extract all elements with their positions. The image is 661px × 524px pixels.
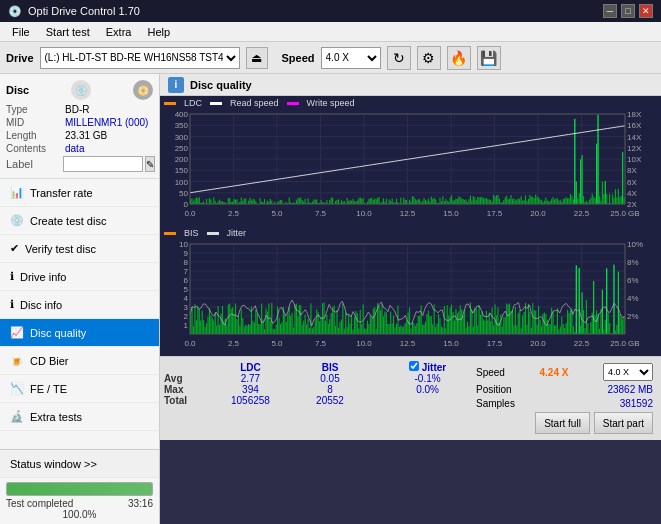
transfer-rate-label: Transfer rate <box>30 187 93 199</box>
minimize-button[interactable]: ─ <box>603 4 617 18</box>
titlebar-controls: ─ □ ✕ <box>603 4 653 18</box>
disc-quality-label: Disc quality <box>30 327 86 339</box>
sidebar-item-transfer-rate[interactable]: 📊 Transfer rate <box>0 179 159 207</box>
disc-label-input[interactable] <box>63 156 143 172</box>
save-button[interactable]: 💾 <box>477 46 501 70</box>
disc-type-value: BD-R <box>65 104 89 115</box>
disc-label-label: Label <box>6 158 61 170</box>
avg-ldc: 2.77 <box>204 373 297 384</box>
drive-label: Drive <box>6 52 34 64</box>
disc-label-edit-button[interactable]: ✎ <box>145 156 155 172</box>
fe-te-icon: 📉 <box>10 382 24 395</box>
bis-legend-label: BIS <box>184 228 199 238</box>
sidebar-item-disc-info[interactable]: ℹ Disc info <box>0 291 159 319</box>
eject-button[interactable]: ⏏ <box>246 47 268 69</box>
max-row-label: Max <box>164 384 204 395</box>
progress-row: Test completed 33:16 <box>6 498 153 509</box>
sidebar-item-extra-tests[interactable]: 🔬 Extra tests <box>0 403 159 431</box>
disc-mid-label: MID <box>6 117 61 128</box>
bottom-chart-container: BIS Jitter <box>160 226 661 356</box>
sidebar-item-cd-bier[interactable]: 🍺 CD Bier <box>0 347 159 375</box>
speed-select-stat[interactable]: 4.0 X <box>603 363 653 381</box>
progress-bar <box>6 482 153 496</box>
avg-jitter: -0.1% <box>383 373 472 384</box>
verify-test-disc-icon: ✔ <box>10 242 19 255</box>
ldc-legend-label: LDC <box>184 98 202 108</box>
speed-stat-label: Speed <box>476 367 505 378</box>
menu-start-test[interactable]: Start test <box>38 24 98 40</box>
burn-button[interactable]: 🔥 <box>447 46 471 70</box>
start-part-button[interactable]: Start part <box>594 412 653 434</box>
drive-select[interactable]: (L:) HL-DT-ST BD-RE WH16NS58 TST4 <box>40 47 240 69</box>
verify-test-disc-label: Verify test disc <box>25 243 96 255</box>
extra-tests-icon: 🔬 <box>10 410 24 423</box>
disc-label-row: Label ✎ <box>6 156 153 172</box>
refresh-button[interactable]: ↻ <box>387 46 411 70</box>
create-test-disc-label: Create test disc <box>30 215 106 227</box>
menu-file[interactable]: File <box>4 24 38 40</box>
disc-quality-panel-title: Disc quality <box>190 79 252 91</box>
max-jitter: 0.0% <box>383 384 472 395</box>
jitter-legend-label: Jitter <box>227 228 247 238</box>
write-speed-legend-color <box>287 102 299 105</box>
app-icon: 💿 <box>8 5 22 18</box>
jitter-legend-color <box>207 232 219 235</box>
disc-quality-panel-icon: i <box>168 77 184 93</box>
titlebar-title: 💿 Opti Drive Control 1.70 <box>8 5 140 18</box>
bis-legend-color <box>164 232 176 235</box>
max-ldc: 394 <box>204 384 297 395</box>
status-window-button[interactable]: Status window >> <box>0 450 159 478</box>
disc-length-label: Length <box>6 130 61 141</box>
drive-info-icon: ℹ <box>10 270 14 283</box>
settings-button[interactable]: ⚙ <box>417 46 441 70</box>
disc-quality-icon: 📈 <box>10 326 24 339</box>
speed-stat-value: 4.24 X <box>540 367 569 378</box>
stats-row: LDC BIS Jitter Avg 2.77 0.05 -0.1% <box>160 356 661 440</box>
disc-title: Disc <box>6 84 29 96</box>
disc-type-label: Type <box>6 104 61 115</box>
main-content: i Disc quality LDC Read speed Write spee… <box>160 74 661 524</box>
drive-info-label: Drive info <box>20 271 66 283</box>
progress-fill <box>7 483 152 495</box>
close-button[interactable]: ✕ <box>639 4 653 18</box>
bis-chart <box>160 240 650 352</box>
fe-te-label: FE / TE <box>30 383 67 395</box>
ldc-legend-color <box>164 102 176 105</box>
jitter-col-label: Jitter <box>422 362 446 373</box>
write-speed-legend-label: Write speed <box>307 98 355 108</box>
jitter-checkbox-cell: Jitter <box>383 361 472 373</box>
sidebar-item-fe-te[interactable]: 📉 FE / TE <box>0 375 159 403</box>
ldc-header: LDC <box>204 361 297 373</box>
titlebar: 💿 Opti Drive Control 1.70 ─ □ ✕ <box>0 0 661 22</box>
speed-select[interactable]: 4.0 X 2.0 X 8.0 X <box>321 47 381 69</box>
start-buttons: Start full Start part <box>476 412 653 434</box>
transfer-rate-icon: 📊 <box>10 186 24 199</box>
jitter-checkbox[interactable] <box>409 361 419 371</box>
progress-value: 100.0% <box>6 509 153 520</box>
nav-items: 📊 Transfer rate 💿 Create test disc ✔ Ver… <box>0 179 159 449</box>
speed-label: Speed <box>282 52 315 64</box>
disc-contents-value: data <box>65 143 84 154</box>
right-stats: Speed 4.24 X 4.0 X Position 23862 MB Sam… <box>472 361 657 436</box>
sidebar-item-verify-test-disc[interactable]: ✔ Verify test disc <box>0 235 159 263</box>
disc-contents-row: Contents data <box>6 143 153 154</box>
menu-extra[interactable]: Extra <box>98 24 140 40</box>
main-layout: Disc 💿 📀 Type BD-R MID MILLENMR1 (000) L… <box>0 74 661 524</box>
position-row: Position 23862 MB <box>476 384 653 395</box>
maximize-button[interactable]: □ <box>621 4 635 18</box>
start-full-button[interactable]: Start full <box>535 412 590 434</box>
drive-toolbar: Drive (L:) HL-DT-ST BD-RE WH16NS58 TST4 … <box>0 42 661 74</box>
sidebar: Disc 💿 📀 Type BD-R MID MILLENMR1 (000) L… <box>0 74 160 524</box>
total-ldc: 1056258 <box>204 395 297 406</box>
menu-help[interactable]: Help <box>139 24 178 40</box>
samples-value: 381592 <box>620 398 653 409</box>
app-title: Opti Drive Control 1.70 <box>28 5 140 17</box>
disc-mid-row: MID MILLENMR1 (000) <box>6 117 153 128</box>
sidebar-item-disc-quality[interactable]: 📈 Disc quality <box>0 319 159 347</box>
disc-contents-label: Contents <box>6 143 61 154</box>
top-chart-container: LDC Read speed Write speed <box>160 96 661 226</box>
sidebar-item-drive-info[interactable]: ℹ Drive info <box>0 263 159 291</box>
read-speed-legend-label: Read speed <box>230 98 279 108</box>
disc-section: Disc 💿 📀 Type BD-R MID MILLENMR1 (000) L… <box>0 74 159 179</box>
sidebar-item-create-test-disc[interactable]: 💿 Create test disc <box>0 207 159 235</box>
